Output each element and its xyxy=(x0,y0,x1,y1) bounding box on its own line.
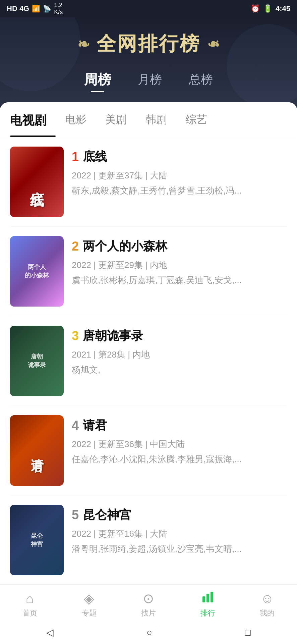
bottom-bar: ⌂ 首页 ◈ 专题 ⊙ 找片 排行 ☺ 我的 ◁ ○ xyxy=(0,584,297,644)
status-network: HD 4G xyxy=(7,4,29,13)
nav-home-label: 首页 xyxy=(22,608,37,618)
show-title-5: 昆仑神宫 xyxy=(83,507,131,523)
show-title-row-3: 3 唐朝诡事录 xyxy=(72,328,287,344)
poster-title-5: 昆仑神宫 xyxy=(31,532,43,548)
rank-number-5: 5 xyxy=(72,508,79,522)
poster-title-4: 请君 xyxy=(28,448,46,452)
status-speed: 1.2K/s xyxy=(54,2,63,16)
app-nav: ⌂ 首页 ◈ 专题 ⊙ 找片 排行 ☺ 我的 xyxy=(0,584,297,622)
list-item[interactable]: 请君 4 请君 2022 | 更新至36集 | 中国大陆 任嘉伦,李沁,小沈阳,… xyxy=(10,406,287,495)
home-button[interactable]: ○ xyxy=(146,627,152,638)
nav-profile[interactable]: ☺ 我的 xyxy=(260,591,275,618)
status-wifi: 📡 xyxy=(43,5,51,13)
svg-rect-0 xyxy=(202,596,205,602)
show-info-2: 2 两个人的小森林 2022 | 更新至29集 | 内地 虞书欣,张彬彬,厉嘉琪… xyxy=(72,236,287,286)
nav-profile-label: 我的 xyxy=(260,608,275,618)
home-icon: ⌂ xyxy=(26,591,34,606)
show-poster-4: 请君 xyxy=(10,415,64,486)
show-title-3: 唐朝诡事录 xyxy=(83,328,143,344)
nav-topic[interactable]: ◈ 专题 xyxy=(82,591,97,618)
show-title-row-4: 4 请君 xyxy=(72,417,287,434)
show-poster-1: 底线 xyxy=(10,147,64,217)
status-right: ⏰ 🔋 4:45 xyxy=(251,4,290,13)
list-item[interactable]: 两个人的小森林 2 两个人的小森林 2022 | 更新至29集 | 内地 虞书欣… xyxy=(10,227,287,316)
cat-movie[interactable]: 电影 xyxy=(56,112,96,137)
show-title-row-5: 5 昆仑神宫 xyxy=(72,507,287,523)
show-poster-3: 唐朝诡事录 xyxy=(10,326,64,396)
cat-us[interactable]: 美剧 xyxy=(96,112,136,137)
nav-home[interactable]: ⌂ 首页 xyxy=(22,591,37,618)
nav-search-label: 找片 xyxy=(141,608,156,618)
show-cast-5: 潘粤明,张雨绮,姜超,汤镇业,沙宝亮,韦文晴,... xyxy=(72,543,287,555)
list-item[interactable]: 底线 1 底线 2022 | 更新至37集 | 大陆 靳东,成毅,蔡文静,王秀竹… xyxy=(10,137,287,227)
nav-rank-label: 排行 xyxy=(200,608,215,618)
rank-number-3: 3 xyxy=(72,329,79,343)
header-tabs: 周榜 月榜 总榜 xyxy=(7,70,290,92)
status-bar: HD 4G 📶 📡 1.2K/s ⏰ 🔋 4:45 xyxy=(0,0,297,17)
alarm-icon: ⏰ xyxy=(251,4,260,13)
tab-weekly[interactable]: 周榜 xyxy=(84,70,111,92)
tab-all[interactable]: 总榜 xyxy=(189,71,213,91)
show-meta-5: 2022 | 更新至16集 | 大陆 xyxy=(72,528,287,540)
svg-rect-2 xyxy=(211,592,213,602)
rank-number-4: 4 xyxy=(72,418,79,433)
header-title: ❧ 全网排行榜 ❧ xyxy=(7,31,290,57)
list-item[interactable]: 昆仑神宫 5 昆仑神宫 2022 | 更新至16集 | 大陆 潘粤明,张雨绮,姜… xyxy=(10,495,287,585)
show-title-row-2: 2 两个人的小森林 xyxy=(72,238,287,255)
poster-title-1: 底线 xyxy=(27,180,46,184)
show-list: 底线 1 底线 2022 | 更新至37集 | 大陆 靳东,成毅,蔡文静,王秀竹… xyxy=(0,137,297,585)
show-title-1: 底线 xyxy=(83,149,107,165)
show-meta-2: 2022 | 更新至29集 | 内地 xyxy=(72,259,287,271)
nav-rank[interactable]: 排行 xyxy=(200,591,215,618)
show-title-row-1: 1 底线 xyxy=(72,149,287,165)
battery-icon: 🔋 xyxy=(263,4,272,13)
rank-number-2: 2 xyxy=(72,239,79,254)
topic-icon: ◈ xyxy=(84,591,94,606)
list-item[interactable]: 唐朝诡事录 3 唐朝诡事录 2021 | 第28集 | 内地 杨旭文, xyxy=(10,316,287,406)
left-leaf-icon: ❧ xyxy=(77,36,91,53)
show-info-4: 4 请君 2022 | 更新至36集 | 中国大陆 任嘉伦,李沁,小沈阳,朱泳腾… xyxy=(72,415,287,465)
show-title-2: 两个人的小森林 xyxy=(83,238,167,255)
title-text: 全网排行榜 xyxy=(97,31,200,57)
nav-search[interactable]: ⊙ 找片 xyxy=(141,591,156,618)
tab-monthly[interactable]: 月榜 xyxy=(138,71,162,91)
cat-tv[interactable]: 电视剧 xyxy=(10,112,56,137)
show-meta-1: 2022 | 更新至37集 | 大陆 xyxy=(72,170,287,181)
show-poster-5: 昆仑神宫 xyxy=(10,505,64,575)
svg-rect-1 xyxy=(206,594,209,602)
status-signal: 📶 xyxy=(32,5,40,13)
show-cast-4: 任嘉伦,李沁,小沈阳,朱泳腾,李雅男,寇振海,... xyxy=(72,453,287,465)
show-info-1: 1 底线 2022 | 更新至37集 | 大陆 靳东,成毅,蔡文静,王秀竹,曾梦… xyxy=(72,147,287,197)
show-cast-3: 杨旭文, xyxy=(72,364,287,376)
cat-kr[interactable]: 韩剧 xyxy=(136,112,176,137)
show-meta-4: 2022 | 更新至36集 | 中国大陆 xyxy=(72,438,287,450)
poster-title-2: 两个人的小森林 xyxy=(25,263,49,280)
header: ❧ 全网排行榜 ❧ 周榜 月榜 总榜 xyxy=(0,17,297,109)
cat-variety[interactable]: 综艺 xyxy=(176,112,217,137)
recent-button[interactable]: □ xyxy=(245,627,251,638)
show-cast-1: 靳东,成毅,蔡文静,王秀竹,曾梦雪,王劲松,冯... xyxy=(72,185,287,197)
show-poster-2: 两个人的小森林 xyxy=(10,236,64,307)
right-leaf-icon: ❧ xyxy=(206,36,220,53)
nav-topic-label: 专题 xyxy=(82,608,97,618)
show-info-5: 5 昆仑神宫 2022 | 更新至16集 | 大陆 潘粤明,张雨绮,姜超,汤镇业… xyxy=(72,505,287,555)
sys-nav-bar: ◁ ○ □ xyxy=(0,622,297,644)
category-tabs: 电视剧 电影 美剧 韩剧 综艺 xyxy=(0,102,297,137)
show-info-3: 3 唐朝诡事录 2021 | 第28集 | 内地 杨旭文, xyxy=(72,326,287,376)
content: 电视剧 电影 美剧 韩剧 综艺 底线 1 底线 2022 | 更新至37集 | … xyxy=(0,102,297,644)
back-button[interactable]: ◁ xyxy=(46,627,54,638)
rank-number-1: 1 xyxy=(72,150,79,164)
status-left: HD 4G 📶 📡 1.2K/s xyxy=(7,2,63,16)
show-title-4: 请君 xyxy=(83,417,107,434)
poster-title-3: 唐朝诡事录 xyxy=(28,353,46,369)
status-time: 4:45 xyxy=(276,4,290,13)
show-meta-3: 2021 | 第28集 | 内地 xyxy=(72,349,287,361)
show-cast-2: 虞书欣,张彬彬,厉嘉琪,丁冠森,吴迪飞,安戈,... xyxy=(72,274,287,286)
search-icon: ⊙ xyxy=(143,591,154,606)
rank-icon xyxy=(202,591,214,606)
profile-icon: ☺ xyxy=(260,591,274,606)
